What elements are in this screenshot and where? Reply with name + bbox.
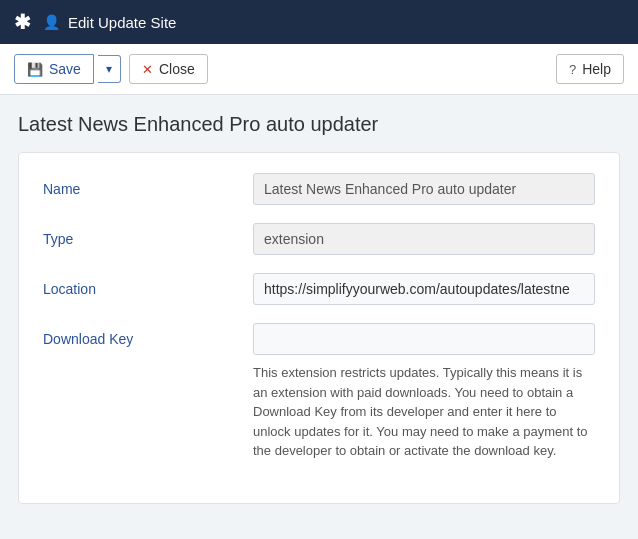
help-button-label: Help [582,61,611,77]
download-key-field[interactable] [253,323,595,355]
joomla-logo-icon: ✱ [14,10,31,34]
save-dropdown-button[interactable]: ▾ [98,55,121,83]
page-title: Latest News Enhanced Pro auto updater [18,113,620,136]
type-label: Type [43,223,253,247]
header-title: 👤 Edit Update Site [43,14,176,31]
location-label: Location [43,273,253,297]
save-button[interactable]: 💾 Save [14,54,94,84]
name-row: Name [43,173,595,205]
chevron-down-icon: ▾ [106,62,112,76]
type-row: Type [43,223,595,255]
user-icon: 👤 [43,14,60,30]
save-icon: 💾 [27,62,43,77]
download-key-label: Download Key [43,323,253,347]
toolbar: 💾 Save ▾ ✕ Close ? Help [0,44,638,95]
download-key-section: This extension restricts updates. Typica… [253,323,595,461]
name-label: Name [43,173,253,197]
download-key-row: Download Key This extension restricts up… [43,323,595,461]
close-button-label: Close [159,61,195,77]
toolbar-left: 💾 Save ▾ ✕ Close [14,54,208,84]
close-button[interactable]: ✕ Close [129,54,208,84]
page-content: Latest News Enhanced Pro auto updater Na… [0,95,638,522]
location-field[interactable] [253,273,595,305]
location-row: Location [43,273,595,305]
help-icon: ? [569,62,576,77]
name-field[interactable] [253,173,595,205]
type-field[interactable] [253,223,595,255]
download-key-help-text: This extension restricts updates. Typica… [253,363,595,461]
save-button-label: Save [49,61,81,77]
help-button[interactable]: ? Help [556,54,624,84]
header-bar: ✱ 👤 Edit Update Site [0,0,638,44]
page-header-title: Edit Update Site [68,14,176,31]
close-icon: ✕ [142,62,153,77]
form-card: Name Type Location Download Key This ext… [18,152,620,504]
